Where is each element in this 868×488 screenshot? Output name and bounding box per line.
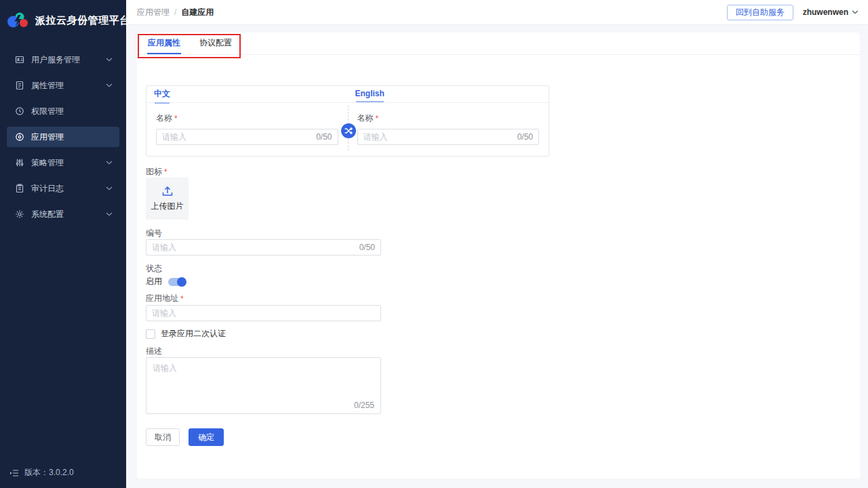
icon-upload-box[interactable]: 上传图片 bbox=[146, 178, 189, 220]
breadcrumb-separator: / bbox=[174, 7, 176, 17]
main-card: 应用属性 协议配置 中文 名称 * 0/50 bbox=[137, 33, 860, 479]
name-en-input-box: 0/50 bbox=[357, 129, 540, 145]
topbar-right: 回到自助服务 zhuwenwen bbox=[727, 5, 859, 20]
app-management-icon bbox=[15, 132, 24, 142]
permission-icon bbox=[15, 106, 24, 116]
status-label: 状态 bbox=[146, 263, 162, 274]
chevron-down-icon bbox=[106, 212, 113, 216]
logo-icon bbox=[7, 11, 30, 30]
user-service-icon bbox=[15, 55, 24, 64]
user-menu[interactable]: zhuwenwen bbox=[803, 7, 859, 17]
sidebar-menu: 用户服务管理 属性管理 bbox=[0, 49, 126, 224]
sidebar-item-label: 系统配置 bbox=[31, 209, 106, 220]
secondary-auth-row[interactable]: 登录应用二次认证 bbox=[146, 328, 226, 340]
required-marker: * bbox=[180, 294, 184, 304]
breadcrumb-current: 自建应用 bbox=[181, 7, 214, 18]
audit-log-icon bbox=[15, 184, 24, 193]
chevron-down-icon bbox=[106, 83, 113, 87]
return-self-service-button[interactable]: 回到自助服务 bbox=[727, 5, 793, 20]
upload-icon bbox=[161, 186, 174, 197]
policy-icon bbox=[15, 158, 24, 167]
screen: 派拉云身份管理平台 用户服务管理 bbox=[0, 0, 868, 488]
name-cn-input-box: 0/50 bbox=[156, 129, 338, 145]
tab-app-properties[interactable]: 应用属性 bbox=[147, 33, 181, 54]
upload-text: 上传图片 bbox=[151, 201, 184, 212]
chinese-column: 中文 名称 * 0/50 bbox=[146, 86, 348, 156]
sidebar-item-attribute[interactable]: 属性管理 bbox=[7, 75, 119, 96]
sidebar-item-audit-log[interactable]: 审计日志 bbox=[7, 178, 119, 199]
topbar: 应用管理 / 自建应用 回到自助服务 zhuwenwen bbox=[126, 0, 868, 25]
code-input-box: 0/50 bbox=[146, 239, 381, 256]
tabbar: 应用属性 协议配置 bbox=[137, 33, 860, 55]
sidebar-item-user-service[interactable]: 用户服务管理 bbox=[7, 49, 119, 70]
sidebar-item-policy[interactable]: 策略管理 bbox=[7, 152, 119, 173]
attribute-icon bbox=[15, 81, 24, 90]
sidebar-item-label: 权限管理 bbox=[31, 106, 113, 117]
secondary-auth-label: 登录应用二次认证 bbox=[161, 328, 226, 340]
cancel-button[interactable]: 取消 bbox=[146, 428, 180, 446]
logo: 派拉云身份管理平台 bbox=[0, 0, 126, 40]
app-url-input[interactable] bbox=[152, 308, 375, 318]
sidebar: 派拉云身份管理平台 用户服务管理 bbox=[0, 0, 126, 488]
code-input[interactable] bbox=[152, 243, 355, 252]
sidebar-item-label: 应用管理 bbox=[31, 131, 113, 143]
description-textarea-box: 0/255 bbox=[146, 357, 381, 414]
icon-label: 图标 bbox=[146, 166, 162, 178]
name-en-input[interactable] bbox=[363, 132, 513, 142]
chevron-down-icon bbox=[106, 161, 113, 165]
code-label: 编号 bbox=[146, 228, 162, 239]
english-column: English 名称 * 0/50 bbox=[348, 86, 549, 156]
sidebar-item-label: 属性管理 bbox=[31, 80, 106, 92]
name-en-counter: 0/50 bbox=[517, 132, 533, 142]
sidebar-item-label: 策略管理 bbox=[31, 157, 106, 169]
menu-collapse-icon[interactable] bbox=[9, 469, 19, 477]
name-en-label: 名称 bbox=[357, 113, 374, 124]
description-textarea[interactable] bbox=[146, 358, 380, 400]
status-enabled-label: 启用 bbox=[146, 276, 162, 287]
secondary-auth-checkbox[interactable] bbox=[146, 329, 155, 339]
swap-translate-button[interactable] bbox=[341, 123, 356, 138]
app-url-label: 应用地址 bbox=[146, 293, 178, 304]
bilingual-name-section: 中文 名称 * 0/50 English bbox=[146, 85, 549, 157]
chevron-down-icon bbox=[106, 58, 113, 62]
sidebar-item-system-config[interactable]: 系统配置 bbox=[7, 204, 119, 224]
version-label: 版本：3.0.2.0 bbox=[24, 467, 74, 479]
required-marker: * bbox=[376, 114, 379, 123]
required-marker: * bbox=[174, 114, 178, 123]
name-cn-counter: 0/50 bbox=[316, 132, 332, 142]
tab-protocol-config[interactable]: 协议配置 bbox=[199, 33, 233, 54]
sidebar-item-permission[interactable]: 权限管理 bbox=[7, 101, 119, 121]
sidebar-item-label: 用户服务管理 bbox=[31, 54, 106, 66]
lang-tab-chinese[interactable]: 中文 bbox=[154, 88, 170, 101]
username: zhuwenwen bbox=[803, 7, 848, 17]
description-counter: 0/255 bbox=[354, 401, 374, 410]
lang-tab-english[interactable]: English bbox=[355, 89, 384, 100]
sidebar-item-app-management[interactable]: 应用管理 bbox=[7, 127, 119, 147]
system-config-icon bbox=[15, 209, 24, 219]
toggle-thumb bbox=[177, 277, 186, 287]
breadcrumb: 应用管理 / 自建应用 bbox=[137, 7, 214, 18]
breadcrumb-parent[interactable]: 应用管理 bbox=[137, 7, 170, 18]
app-url-input-box bbox=[146, 305, 381, 321]
name-cn-input[interactable] bbox=[162, 132, 312, 142]
status-toggle[interactable] bbox=[168, 278, 185, 286]
code-counter: 0/50 bbox=[359, 243, 375, 252]
sidebar-item-label: 审计日志 bbox=[31, 183, 106, 195]
version-row: 版本：3.0.2.0 bbox=[0, 463, 126, 483]
name-cn-label: 名称 bbox=[156, 113, 172, 124]
chevron-down-icon bbox=[106, 186, 113, 190]
confirm-button[interactable]: 确定 bbox=[189, 428, 224, 446]
description-label: 描述 bbox=[146, 346, 162, 357]
required-marker: * bbox=[164, 167, 167, 177]
app-title: 派拉云身份管理平台 bbox=[35, 14, 130, 27]
chevron-down-icon bbox=[852, 10, 859, 14]
